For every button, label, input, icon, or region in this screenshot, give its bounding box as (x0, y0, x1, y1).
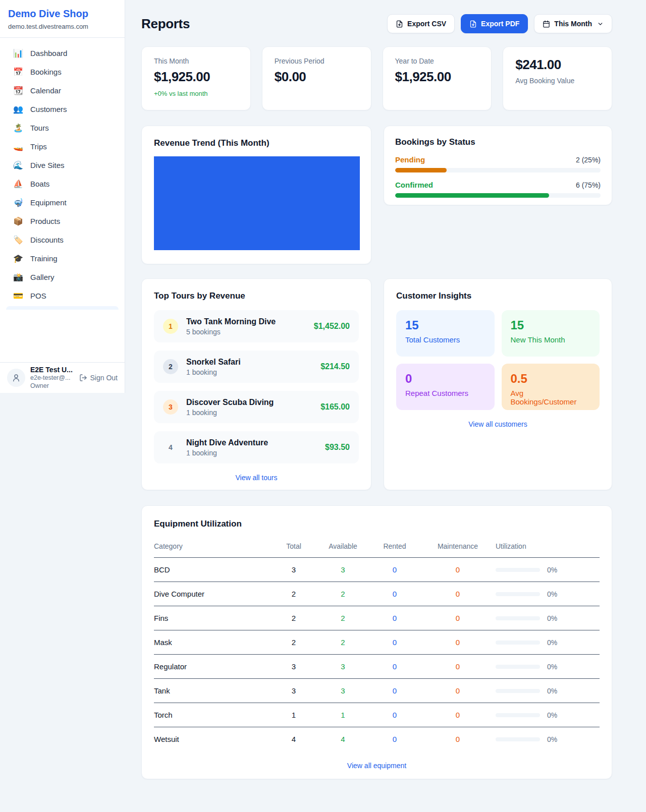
utilization-bar (496, 689, 540, 693)
progress-fill-confirmed (395, 193, 549, 198)
insight-tile-total-customers: 15 Total Customers (396, 310, 495, 357)
cell-available: 3 (316, 655, 369, 679)
cell-available: 1 (316, 703, 369, 727)
tour-amount: $165.00 (320, 402, 350, 412)
column-header-rented: Rented (369, 536, 420, 558)
top-tours-card: Top Tours by Revenue 1 Two Tank Morning … (141, 278, 371, 490)
insight-value: 15 (405, 318, 486, 332)
view-all-customers-link[interactable]: View all customers (396, 420, 600, 428)
sidebar-item-equipment[interactable]: 🤿 Equipment (6, 193, 119, 212)
utilization-pct: 0% (547, 639, 557, 647)
export-pdf-button[interactable]: Export PDF (461, 14, 528, 33)
tour-bookings: 1 booking (186, 449, 268, 457)
cell-total: 2 (271, 582, 316, 606)
sidebar-item-label: POS (30, 292, 46, 300)
status-row-confirmed: Confirmed 6 (75%) (395, 181, 601, 198)
utilization-pct: 0% (547, 590, 557, 598)
cell-category: Wetsuit (154, 727, 271, 751)
cell-total: 2 (271, 606, 316, 630)
table-row: Regulator 3 3 0 0 0% (154, 655, 600, 679)
sidebar: Demo Dive Shop demo.test.divestreams.com… (0, 0, 125, 393)
tour-row[interactable]: 1 Two Tank Morning Dive 5 bookings $1,45… (154, 310, 359, 342)
sidebar-item-calendar[interactable]: 📆 Calendar (6, 81, 119, 100)
stat-card-year-to-date: Year to Date $1,925.00 (383, 46, 492, 110)
cell-rented: 0 (369, 630, 420, 655)
cell-maintenance: 0 (420, 630, 496, 655)
sidebar-item-customers[interactable]: 👥 Customers (6, 100, 119, 119)
utilization-pct: 0% (547, 566, 557, 574)
cell-category: Tank (154, 679, 271, 703)
tour-bookings: 1 booking (186, 368, 241, 376)
tour-row[interactable]: 2 Snorkel Safari 1 booking $214.50 (154, 351, 359, 383)
cell-total: 2 (271, 630, 316, 655)
sidebar-item-training[interactable]: 🎓 Training (6, 249, 119, 268)
sidebar-item-discounts[interactable]: 🏷️ Discounts (6, 230, 119, 249)
stat-card-avg-booking-value: $241.00 Avg Booking Value (503, 46, 612, 110)
sidebar-item-boats[interactable]: ⛵ Boats (6, 175, 119, 193)
tour-list: 1 Two Tank Morning Dive 5 bookings $1,45… (154, 310, 359, 463)
sidebar-item-label: Calendar (30, 86, 61, 95)
sidebar-item-label: Training (30, 254, 58, 263)
sidebar-item-reports-partial[interactable] (6, 306, 119, 310)
stat-note: +0% vs last month (154, 90, 238, 97)
stat-value: $1,925.00 (395, 69, 479, 85)
sidebar-item-products[interactable]: 📦 Products (6, 212, 119, 230)
progress-fill-pending (395, 168, 447, 172)
period-dropdown[interactable]: This Month (534, 14, 612, 33)
cell-maintenance: 0 (420, 679, 496, 703)
view-all-equipment-link[interactable]: View all equipment (154, 762, 600, 770)
cell-available: 2 (316, 582, 369, 606)
cell-maintenance: 0 (420, 727, 496, 751)
revenue-trend-chart (154, 156, 360, 250)
cell-maintenance: 0 (420, 703, 496, 727)
header-actions: Export CSV Export PDF This Month (387, 14, 612, 33)
sign-out-button[interactable]: Sign Out (79, 374, 118, 382)
view-all-tours-link[interactable]: View all tours (154, 474, 359, 482)
export-csv-button[interactable]: Export CSV (387, 14, 455, 33)
avatar (7, 369, 25, 387)
status-row-pending: Pending 2 (25%) (395, 155, 601, 172)
table-row: BCD 3 3 0 0 0% (154, 558, 600, 582)
insight-label: Total Customers (405, 335, 486, 344)
status-value: 6 (75%) (576, 181, 601, 189)
sidebar-item-label: Gallery (30, 273, 55, 281)
progress-track (395, 168, 601, 172)
page-header: Reports Export CSV Export PDF This Month (141, 14, 612, 33)
sidebar-item-dive-sites[interactable]: 🌊 Dive Sites (6, 156, 119, 175)
tours-icon: 🏝️ (13, 124, 23, 132)
stat-card-previous-period: Previous Period $0.00 (262, 46, 371, 110)
equipment-utilization-card: Equipment Utilization Category Total Ava… (141, 505, 612, 779)
export-pdf-label: Export PDF (481, 20, 519, 28)
insight-value: 0.5 (511, 372, 591, 386)
cell-maintenance: 0 (420, 558, 496, 582)
utilization-bar (496, 641, 540, 645)
tour-amount: $93.50 (325, 443, 350, 452)
cell-rented: 0 (369, 606, 420, 630)
insight-tile-avg-bookings: 0.5 Avg Bookings/Customer (502, 364, 600, 410)
column-header-available: Available (316, 536, 369, 558)
cell-available: 3 (316, 558, 369, 582)
status-value: 2 (25%) (576, 156, 601, 164)
sidebar-item-label: Bookings (30, 68, 62, 76)
sidebar-item-label: Customers (30, 105, 67, 113)
table-row: Wetsuit 4 4 0 0 0% (154, 727, 600, 751)
sidebar-item-tours[interactable]: 🏝️ Tours (6, 119, 119, 137)
sidebar-item-dashboard[interactable]: 📊 Dashboard (6, 44, 119, 63)
trips-icon: 🚤 (13, 143, 23, 151)
cell-category: Torch (154, 703, 271, 727)
table-row: Dive Computer 2 2 0 0 0% (154, 582, 600, 606)
rank-badge: 1 (163, 319, 178, 334)
sidebar-item-gallery[interactable]: 📸 Gallery (6, 268, 119, 286)
utilization-pct: 0% (547, 663, 557, 671)
cell-maintenance: 0 (420, 606, 496, 630)
sidebar-item-trips[interactable]: 🚤 Trips (6, 137, 119, 156)
main-content: Reports Export CSV Export PDF This Month (125, 0, 646, 779)
utilization-bar (496, 568, 540, 572)
sidebar-item-pos[interactable]: 💳 POS (6, 286, 119, 305)
tour-row[interactable]: 3 Discover Scuba Diving 1 booking $165.0… (154, 391, 359, 423)
cell-rented: 0 (369, 727, 420, 751)
sidebar-item-bookings[interactable]: 📅 Bookings (6, 63, 119, 81)
sidebar-item-label: Equipment (30, 198, 67, 207)
tour-row[interactable]: 4 Night Dive Adventure 1 booking $93.50 (154, 431, 359, 463)
rank-badge: 4 (163, 440, 178, 455)
